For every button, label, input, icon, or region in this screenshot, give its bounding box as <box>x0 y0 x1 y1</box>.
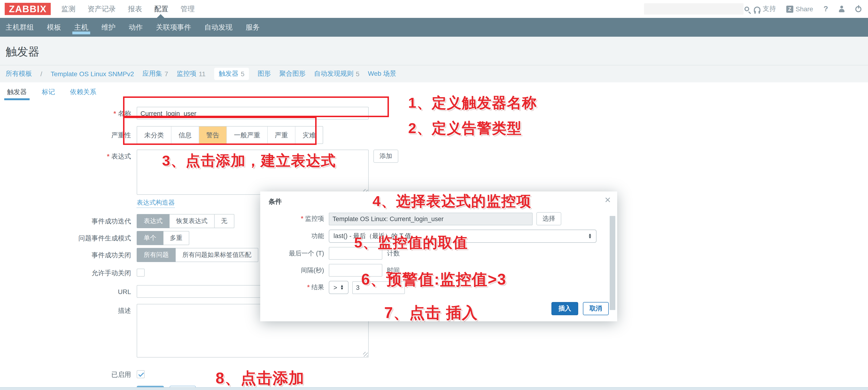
ok-close-matching-tags[interactable]: 所有问题如果标签值匹配 <box>176 248 258 262</box>
entity-graphs-label: 图形 <box>258 69 271 78</box>
main-menu: 监测 资产记录 报表 配置 管理 <box>61 4 195 13</box>
interval-input[interactable] <box>329 264 382 277</box>
subnav-templates[interactable]: 模板 <box>47 18 61 37</box>
result-row: 结果 > ▲▼ <box>260 281 617 294</box>
item-select-button[interactable]: 选择 <box>536 212 561 225</box>
menu-monitoring[interactable]: 监测 <box>61 4 75 13</box>
severity-average[interactable]: 一般严重 <box>226 127 267 143</box>
profile-button[interactable] <box>838 6 845 12</box>
problem-mode-single[interactable]: 单个 <box>137 231 163 245</box>
menu-reports[interactable]: 报表 <box>128 4 142 13</box>
severity-information[interactable]: 信息 <box>171 127 199 143</box>
share-link[interactable]: Z Share <box>786 5 813 13</box>
share-label: Share <box>796 5 813 13</box>
search-icon[interactable] <box>744 7 749 11</box>
subnav-services[interactable]: 服务 <box>246 18 260 37</box>
result-label: 结果 <box>260 283 329 292</box>
zabbix-logo[interactable]: ZABBIX <box>5 3 51 15</box>
expression-add-button[interactable]: 添加 <box>373 149 398 163</box>
manual-close-checkbox[interactable] <box>137 269 145 277</box>
menu-administration[interactable]: 管理 <box>181 4 195 13</box>
interval-suffix: 时间 <box>387 266 400 275</box>
entity-items-count: 11 <box>199 70 206 78</box>
last-of-label: 最后一个 (T) <box>260 249 329 257</box>
problem-mode-label: 问题事件生成模式 <box>0 231 137 245</box>
select-arrows-icon: ▲▼ <box>588 233 592 239</box>
entity-triggers-label: 触发器 <box>219 69 238 78</box>
expression-label: 表达式 <box>0 149 137 163</box>
tab-tags[interactable]: 标记 <box>40 88 56 100</box>
item-label: 监控项 <box>260 215 329 223</box>
menu-inventory[interactable]: 资产记录 <box>88 4 116 13</box>
enabled-checkbox[interactable] <box>137 370 145 378</box>
entity-discovery-rules-count: 5 <box>356 70 360 78</box>
entity-graphs[interactable]: 图形 <box>258 69 271 78</box>
ok-close-all-problems[interactable]: 所有问题 <box>137 248 176 262</box>
interval-row: 间隔(秒) 时间 <box>260 264 617 277</box>
zabbix-app: ZABBIX 监测 资产记录 报表 配置 管理 支持 Z Share ? <box>0 0 868 390</box>
enabled-label: 已启用 <box>0 368 137 381</box>
page-header: 触发器 <box>0 37 868 65</box>
menu-configuration[interactable]: 配置 <box>154 4 168 13</box>
insert-button[interactable]: 插入 <box>551 302 578 315</box>
dialog-title: 条件 <box>269 198 282 206</box>
page-title: 触发器 <box>6 44 868 59</box>
subnav-hostgroups[interactable]: 主机群组 <box>6 18 34 37</box>
entity-items-label: 监控项 <box>177 69 196 78</box>
result-operator-select[interactable]: > ▲▼ <box>329 281 348 294</box>
entity-discovery-rules[interactable]: 自动发现规则 5 <box>314 69 360 78</box>
breadcrumb-template[interactable]: Template OS Linux SNMPv2 <box>51 70 134 78</box>
subnav-hosts[interactable]: 主机 <box>74 18 88 37</box>
dialog-scrollbar[interactable] <box>610 216 615 310</box>
dialog-cancel-button[interactable]: 取消 <box>583 302 609 315</box>
entity-screens[interactable]: 聚合图形 <box>279 69 306 78</box>
function-select[interactable]: last() - 最后（最近）的 T 值 ▲▼ <box>329 229 596 243</box>
severity-warning[interactable]: 警告 <box>199 127 226 143</box>
support-link[interactable]: 支持 <box>754 5 776 13</box>
close-icon[interactable]: ✕ <box>604 195 611 205</box>
entity-applications-label: 应用集 <box>143 69 162 78</box>
entity-applications-count: 7 <box>165 70 168 78</box>
problem-mode-multiple[interactable]: 多重 <box>163 231 189 245</box>
breadcrumb-all-templates[interactable]: 所有模板 <box>6 69 32 78</box>
entity-applications[interactable]: 应用集 7 <box>143 69 168 78</box>
subnav-actions[interactable]: 动作 <box>129 18 143 37</box>
severity-high[interactable]: 严重 <box>267 127 295 143</box>
tab-trigger[interactable]: 触发器 <box>6 88 28 100</box>
name-row: 名称 <box>0 107 868 120</box>
ok-event-expression[interactable]: 表达式 <box>137 214 169 228</box>
severity-disaster[interactable]: 灾难 <box>295 127 323 143</box>
ok-close-control: 所有问题 所有问题如果标签值匹配 <box>137 248 258 262</box>
headset-icon <box>754 6 761 11</box>
name-label: 名称 <box>0 107 137 120</box>
entity-items[interactable]: 监控项 11 <box>177 69 206 78</box>
search-input[interactable] <box>647 4 744 13</box>
result-value-input[interactable] <box>352 281 405 294</box>
last-of-suffix: 计数 <box>387 249 400 257</box>
ok-event-none[interactable]: 无 <box>214 214 235 228</box>
entity-triggers-active[interactable]: 触发器 5 <box>214 68 249 80</box>
expression-constructor-link[interactable]: 表达式构造器 <box>137 198 175 208</box>
entity-web[interactable]: Web 场景 <box>368 69 396 78</box>
subnav-discovery[interactable]: 自动发现 <box>204 18 232 37</box>
function-value: last() - 最后（最近）的 T 值 <box>334 232 411 241</box>
bottom-strip <box>0 387 868 390</box>
expression-textarea[interactable] <box>137 149 369 195</box>
resize-handle[interactable] <box>363 352 368 357</box>
name-input[interactable] <box>137 107 369 119</box>
tab-dependencies[interactable]: 依赖关系 <box>69 88 98 100</box>
description-label: 描述 <box>0 304 137 317</box>
subnav-maintenance[interactable]: 维护 <box>101 18 116 37</box>
item-input[interactable] <box>329 213 533 225</box>
select-arrows-icon: ▲▼ <box>340 285 344 290</box>
subnav-correlation[interactable]: 关联项事件 <box>156 18 191 37</box>
top-bar: ZABBIX 监测 资产记录 报表 配置 管理 支持 Z Share ? <box>0 0 868 18</box>
enabled-row: 已启用 <box>0 368 868 381</box>
function-row: 功能 last() - 最后（最近）的 T 值 ▲▼ <box>260 229 617 243</box>
logout-button[interactable] <box>855 6 861 12</box>
last-of-input[interactable] <box>329 247 382 260</box>
help-button[interactable]: ? <box>824 5 828 13</box>
search-box[interactable] <box>644 3 744 15</box>
ok-event-recovery-expression[interactable]: 恢复表达式 <box>169 214 214 228</box>
severity-not-classified[interactable]: 未分类 <box>137 127 171 143</box>
